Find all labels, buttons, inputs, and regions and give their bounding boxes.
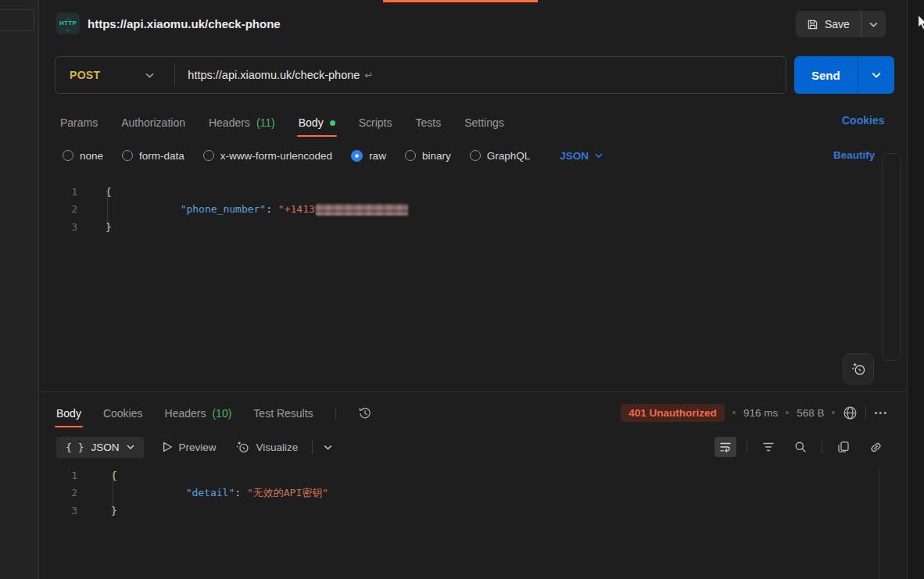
active-tab-underline [297, 135, 337, 137]
toolbar-expand-button[interactable] [324, 445, 332, 450]
sidebar-collapsed-item[interactable] [0, 9, 34, 31]
radio-circle-icon [470, 150, 481, 161]
tab-headers[interactable]: Headers (11) [209, 109, 275, 136]
tab-tests[interactable]: Tests [415, 109, 441, 136]
response-toolbar: { } JSON Preview Visualize [56, 435, 332, 459]
redacted-phone-number [316, 204, 408, 216]
cookies-link[interactable]: Cookies [842, 114, 884, 127]
radio-x-www-form-urlencoded[interactable]: x-www-form-urlencoded [203, 150, 332, 162]
divider [747, 441, 747, 453]
wrap-text-button[interactable] [714, 437, 736, 457]
postbot-button[interactable] [843, 353, 874, 384]
share-link-button[interactable] [865, 437, 886, 457]
editor-line: 2 "phone_number": "+1413 [49, 201, 878, 219]
radio-circle-icon [203, 150, 214, 161]
network-info-button[interactable] [843, 406, 858, 420]
editor-line: 2 "detail": "无效的API密钥" [49, 484, 862, 502]
response-tab-headers[interactable]: Headers (10) [165, 400, 232, 427]
chevron-down-icon [872, 72, 881, 78]
line-number: 1 [49, 186, 90, 198]
language-dropdown[interactable]: JSON [560, 150, 603, 162]
line-number: 2 [49, 487, 90, 499]
json-key: "phone_number" [181, 203, 267, 215]
radio-none[interactable]: none [63, 150, 103, 162]
braces-icon: { } [66, 441, 84, 453]
body-modified-dot [330, 120, 335, 126]
http-request-icon: → HTTP ← [56, 13, 80, 34]
postbot-sparkle-icon [851, 361, 867, 377]
request-url-bar: POST https://api.xiaomu.uk/check-phone ↵ [55, 56, 786, 94]
search-icon [794, 441, 807, 453]
tab-authorization[interactable]: Authorization [121, 109, 185, 136]
postman-window: → HTTP ← https://api.xiaomu.uk/check-pho… [0, 0, 924, 579]
save-split-button: Save [796, 11, 886, 38]
response-meta: 401 Unauthorized 916 ms 568 B ••• [621, 402, 888, 424]
tab-settings[interactable]: Settings [464, 109, 504, 136]
divider [865, 406, 866, 419]
response-size[interactable]: 568 B [797, 407, 824, 419]
save-label: Save [825, 18, 850, 30]
response-tab-body[interactable]: Body [56, 400, 81, 427]
more-options-button[interactable]: ••• [874, 408, 888, 417]
chevron-down-icon [869, 22, 878, 27]
divider [174, 64, 175, 86]
dot-separator [732, 411, 736, 414]
visualize-sparkle-icon [235, 440, 250, 455]
response-history-button[interactable] [358, 406, 372, 420]
save-button[interactable]: Save [796, 11, 861, 38]
line-number: 3 [49, 505, 90, 516]
editor-scrollbar-track[interactable] [879, 469, 880, 579]
preview-button[interactable]: Preview [163, 441, 217, 453]
save-options-button[interactable] [861, 11, 886, 38]
request-title: https://api.xiaomu.uk/check-phone [88, 17, 281, 30]
tab-scripts[interactable]: Scripts [359, 109, 392, 136]
line-number: 3 [49, 221, 90, 233]
copy-button[interactable] [833, 437, 854, 457]
visualize-button[interactable]: Visualize [235, 440, 299, 455]
arrow-left-icon: ← [65, 27, 71, 31]
response-format-dropdown[interactable]: { } JSON [56, 437, 144, 458]
status-badge[interactable]: 401 Unauthorized [621, 404, 725, 422]
tab-params[interactable]: Params [60, 109, 98, 136]
response-tabs: Body Cookies Headers (10) Test Results [56, 400, 372, 427]
radio-form-data[interactable]: form-data [122, 150, 184, 162]
response-body-editor[interactable]: 1 { 2 "detail": "无效的API密钥" 3 } [49, 466, 862, 520]
filter-icon [762, 441, 775, 452]
headers-count-badge: (10) [212, 407, 231, 420]
radio-graphql[interactable]: GraphQL [470, 150, 531, 162]
search-button[interactable] [790, 437, 811, 457]
response-tab-test-results[interactable]: Test Results [253, 400, 313, 427]
history-clock-icon [358, 406, 372, 420]
copy-icon [837, 441, 850, 453]
active-tab-indicator [383, 0, 538, 2]
body-type-options: none form-data x-www-form-urlencoded raw… [63, 145, 603, 166]
editor-scrollbar-track[interactable] [882, 153, 901, 361]
send-options-button[interactable] [858, 56, 894, 94]
json-value: "+1413 [278, 203, 315, 215]
radio-raw[interactable]: raw [351, 150, 386, 162]
line-number: 2 [49, 203, 90, 215]
url-enter-hint: ↵ [364, 70, 373, 81]
left-sidebar-rail [0, 0, 39, 579]
line-number: 1 [49, 470, 90, 481]
radio-binary[interactable]: binary [405, 150, 451, 162]
play-icon [163, 441, 173, 452]
tab-body[interactable]: Body [299, 109, 335, 136]
response-time[interactable]: 916 ms [743, 407, 778, 419]
chevron-down-icon [324, 445, 332, 450]
divider [312, 440, 313, 454]
divider [822, 441, 822, 453]
method-selector-button[interactable] [145, 73, 154, 78]
filter-button[interactable] [757, 437, 779, 457]
divider [40, 391, 908, 392]
request-body-editor[interactable]: 1 { 2 "phone_number": "+1413 3 } [49, 183, 878, 236]
cursor-arrow-icon [918, 16, 924, 30]
url-input[interactable]: https://api.xiaomu.uk/check-phone [188, 69, 360, 81]
beautify-link[interactable]: Beautify [833, 149, 875, 161]
method-selector-value[interactable]: POST [56, 69, 100, 81]
response-tab-cookies[interactable]: Cookies [103, 400, 143, 427]
send-button[interactable]: Send [794, 56, 858, 94]
dot-separator [786, 411, 789, 414]
active-tab-underline [55, 426, 83, 427]
request-tabs: Params Authorization Headers (11) Body S… [60, 109, 504, 136]
